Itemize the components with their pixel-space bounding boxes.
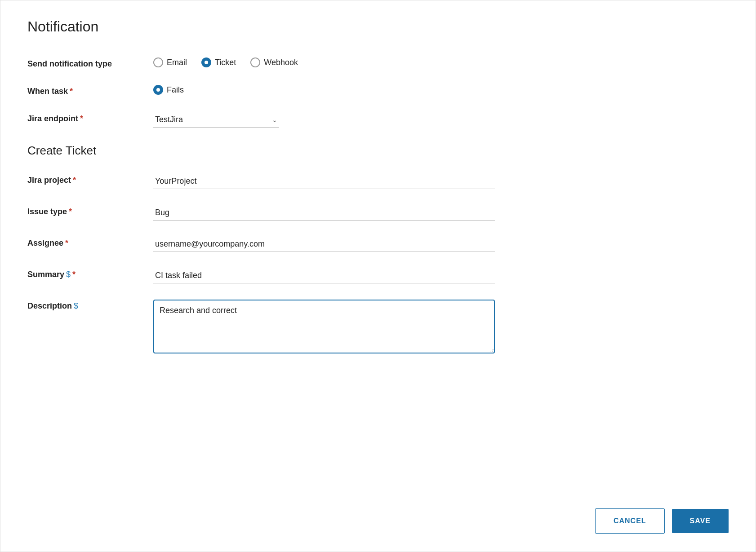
jira-project-control [153,174,495,189]
description-control [153,300,495,355]
issue-type-required: * [69,207,72,216]
summary-dollar: $ [66,270,71,279]
notification-type-label: Send notification type [27,57,153,69]
summary-required: * [72,270,76,279]
page-wrapper: Notification Send notification type Emai… [0,0,756,552]
radio-webhook[interactable]: Webhook [250,57,298,67]
jira-endpoint-row: Jira endpoint * TestJira ⌄ [27,112,729,128]
summary-control [153,268,495,283]
summary-label: Summary $ * [27,268,153,279]
jira-endpoint-label: Jira endpoint * [27,112,153,124]
radio-email-label: Email [167,58,187,67]
issue-type-control [153,205,495,221]
assignee-row: Assignee * [27,237,729,252]
radio-webhook-circle[interactable] [250,57,260,67]
radio-ticket[interactable]: Ticket [201,57,236,67]
issue-type-label: Issue type * [27,205,153,216]
jira-endpoint-dropdown[interactable]: TestJira ⌄ [153,112,279,128]
notification-type-control: Email Ticket Webhook [153,57,729,67]
issue-type-row: Issue type * [27,205,729,221]
radio-ticket-label: Ticket [215,58,236,67]
description-row: Description $ [27,300,729,355]
when-task-required: * [70,87,73,96]
assignee-required: * [65,238,68,248]
description-dollar: $ [74,301,78,311]
description-label: Description $ [27,300,153,311]
summary-row: Summary $ * [27,268,729,283]
assignee-input[interactable] [153,237,495,252]
jira-project-label: Jira project * [27,174,153,185]
page-title: Notification [27,18,729,35]
jira-project-row: Jira project * [27,174,729,189]
when-task-row: When task * Fails [27,85,729,96]
radio-webhook-label: Webhook [264,58,298,67]
save-button[interactable]: SAVE [672,509,729,533]
create-ticket-header: Create Ticket [27,144,729,158]
description-textarea[interactable] [153,300,495,353]
chevron-down-icon: ⌄ [272,116,277,124]
radio-email-circle[interactable] [153,57,163,67]
assignee-label: Assignee * [27,237,153,248]
when-task-control: Fails [153,85,729,95]
radio-ticket-circle[interactable] [201,57,211,67]
cancel-button[interactable]: CANCEL [595,508,665,534]
issue-type-input[interactable] [153,205,495,221]
notification-type-radio-group: Email Ticket Webhook [153,57,729,67]
radio-email[interactable]: Email [153,57,187,67]
jira-endpoint-value: TestJira [155,115,183,124]
jira-endpoint-control: TestJira ⌄ [153,112,729,128]
notification-type-row: Send notification type Email Ticket Webh… [27,57,729,69]
jira-project-required: * [73,176,76,185]
radio-fails-circle[interactable] [153,85,163,95]
radio-fails-label: Fails [167,85,184,95]
when-task-label: When task * [27,85,153,96]
button-row: CANCEL SAVE [27,490,729,534]
form-section: Send notification type Email Ticket Webh… [27,57,729,490]
jira-project-input[interactable] [153,174,495,189]
summary-input[interactable] [153,268,495,283]
radio-fails[interactable]: Fails [153,85,184,95]
jira-endpoint-required: * [80,114,83,124]
assignee-control [153,237,495,252]
when-task-radio-group: Fails [153,85,729,95]
